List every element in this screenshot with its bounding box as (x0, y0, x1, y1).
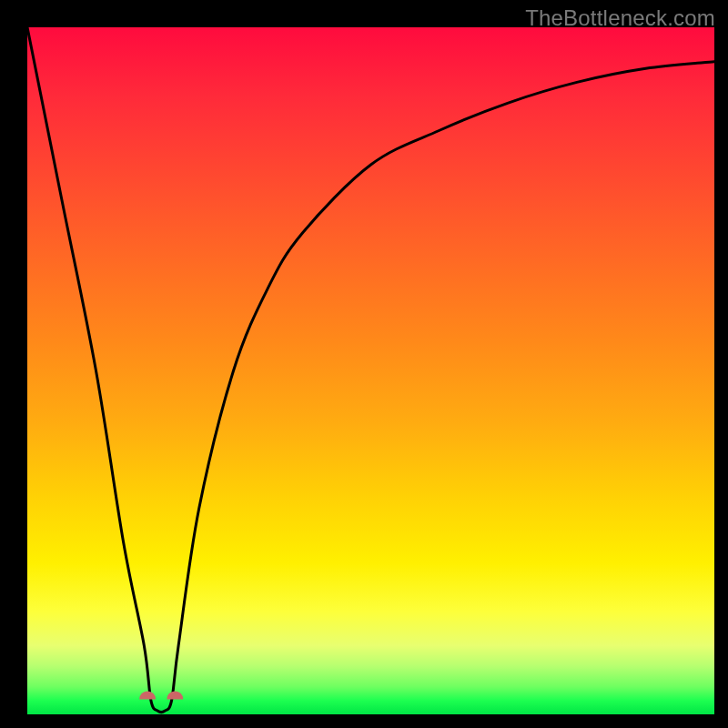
curve-marker-0 (139, 691, 156, 699)
curve-svg (27, 27, 714, 714)
plot-area (27, 27, 714, 714)
chart-stage: TheBottleneck.com (0, 0, 728, 728)
curve-markers (139, 691, 183, 699)
curve-marker-1 (167, 691, 183, 699)
bottleneck-curve-path (27, 27, 714, 713)
bottleneck-curve (27, 27, 714, 713)
